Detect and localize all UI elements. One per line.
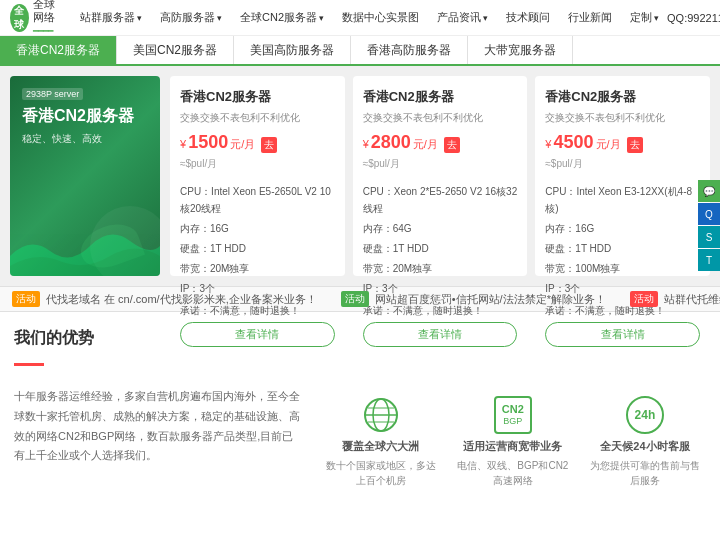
spec-ram-1: 内存：16G (180, 220, 335, 237)
spec-bw-2: 带宽：20M独享 (363, 260, 518, 277)
promo-badge: 2938P server (22, 88, 83, 100)
price-symbol-1: ¥ (180, 138, 186, 150)
main-content: 2938P server 香港CN2服务器 稳定、快速、高效 香港CN2服务器 … (0, 66, 720, 286)
spec-ram-2: 内存：64G (363, 220, 518, 237)
tab-us-ddos[interactable]: 美国高防服务器 (234, 36, 351, 64)
logo-icon: 全球 (10, 4, 29, 32)
card-1-subtitle: 交换交换不表包利不利优化 (180, 111, 335, 125)
spec-hdd-3: 硬盘：1T HDD (545, 240, 700, 257)
price-tag-1: 去 (261, 137, 277, 153)
adv-card-3-desc: 为您提供可靠的售前与售后服务 (588, 458, 702, 488)
ticker-text-1: 代找老域名 在 cn/.com/代找影影米来,企业备案米业务！ (46, 292, 317, 307)
card-2-btn[interactable]: 查看详情 (363, 322, 518, 347)
spec-hdd-2: 硬盘：1T HDD (363, 240, 518, 257)
adv-card-1-title: 覆盖全球六大洲 (342, 439, 419, 454)
cn2-icon: CN2 BGP (493, 395, 533, 435)
ticker-item-2: 活动 网站超百度惩罚•信托网站/法法禁定*解除业务！ (329, 291, 618, 307)
price-value-3: 4500 (553, 132, 593, 153)
nav-item-custom[interactable]: 定制 (622, 6, 667, 29)
nav-item-news[interactable]: 产品资讯 (429, 6, 496, 29)
24h-icon: 24h (625, 395, 665, 435)
advantages-content: 十年服务器运维经验，多家自营机房遍布国内海外，至今全球数十家托管机房、成熟的解决… (14, 387, 706, 496)
tab-bandwidth[interactable]: 大带宽服务器 (468, 36, 573, 64)
spec-cpu-3: CPU：Intel Xeon E3-12XX(机4-8核) (545, 183, 700, 217)
ticker-text-3: 站群代托维维配置,市面各类程序代养代运维配置业务！ (664, 292, 720, 307)
float-btn-telegram[interactable]: T (698, 249, 720, 271)
floating-sidebar: 💬 Q S T (698, 180, 720, 271)
spec-ram-3: 内存：16G (545, 220, 700, 237)
adv-card-24h: 24h 全天候24小时客服 为您提供可靠的售前与售后服务 (584, 387, 706, 496)
ticker-text-2: 网站超百度惩罚•信托网站/法法禁定*解除业务！ (375, 292, 606, 307)
price-original-2: ≈$pul/月 (363, 157, 518, 171)
advantages-cards: 覆盖全球六大洲 数十个国家或地区，多达上百个机房 CN2 BGP 适用运营商宽带… (320, 387, 706, 496)
product-card-2: 香港CN2服务器 交换交换不表包利不利优化 ¥ 2800 元/月 去 ≈$pul… (353, 76, 528, 276)
price-original-3: ≈$pul/月 (545, 157, 700, 171)
price-tag-3: 去 (627, 137, 643, 153)
adv-card-3-title: 全天候24小时客服 (600, 439, 689, 454)
promo-subtitle: 稳定、快速、高效 (22, 131, 148, 146)
promo-box: 2938P server 香港CN2服务器 稳定、快速、高效 (10, 76, 160, 276)
price-value-2: 2800 (371, 132, 411, 153)
card-3-price: ¥ 4500 元/月 去 (545, 132, 700, 153)
title-underline (14, 363, 44, 366)
price-value-1: 1500 (188, 132, 228, 153)
promo-title: 香港CN2服务器 (22, 106, 148, 127)
float-btn-qq[interactable]: Q (698, 203, 720, 225)
adv-card-globe: 覆盖全球六大洲 数十个国家或地区，多达上百个机房 (320, 387, 442, 496)
qq-contact: QQ:992211877 (667, 12, 720, 24)
card-1-title: 香港CN2服务器 (180, 88, 335, 106)
adv-card-2-desc: 电信、双线、BGP和CN2高速网络 (456, 458, 570, 488)
price-unit-3: 元/月 (596, 137, 621, 152)
card-3-title: 香港CN2服务器 (545, 88, 700, 106)
main-nav: 站群服务器 高防服务器 全球CN2服务器 数据中心实景图 产品资讯 技术顾问 行… (72, 6, 667, 29)
card-2-title: 香港CN2服务器 (363, 88, 518, 106)
nav-item-station[interactable]: 站群服务器 (72, 6, 150, 29)
price-unit-2: 元/月 (413, 137, 438, 152)
logo[interactable]: 全球 全球网络━━━━ (10, 0, 62, 37)
advantages-description: 十年服务器运维经验，多家自营机房遍布国内海外，至今全球数十家托管机房、成熟的解决… (14, 387, 304, 466)
adv-card-2-title: 适用运营商宽带业务 (463, 439, 562, 454)
price-unit-1: 元/月 (230, 137, 255, 152)
nav-item-tech[interactable]: 技术顾问 (498, 6, 558, 29)
ticker-badge-2: 活动 (341, 291, 369, 307)
card-2-subtitle: 交换交换不表包利不利优化 (363, 111, 518, 125)
price-tag-2: 去 (444, 137, 460, 153)
tab-hk-ddos[interactable]: 香港高防服务器 (351, 36, 468, 64)
tab-us-cn2[interactable]: 美国CN2服务器 (117, 36, 234, 64)
card-1-btn[interactable]: 查看详情 (180, 322, 335, 347)
tab-hk-cn2[interactable]: 香港CN2服务器 (0, 36, 117, 64)
adv-card-cn2: CN2 BGP 适用运营商宽带业务 电信、双线、BGP和CN2高速网络 (452, 387, 574, 496)
spec-bw-3: 带宽：100M独享 (545, 260, 700, 277)
advantages-left: 十年服务器运维经验，多家自营机房遍布国内海外，至今全球数十家托管机房、成熟的解决… (14, 387, 304, 496)
price-symbol-3: ¥ (545, 138, 551, 150)
adv-card-1-desc: 数十个国家或地区，多达上百个机房 (324, 458, 438, 488)
globe-icon (361, 395, 401, 435)
product-card-1: 香港CN2服务器 交换交换不表包利不利优化 ¥ 1500 元/月 去 ≈$pul… (170, 76, 345, 276)
nav-item-cn2[interactable]: 全球CN2服务器 (232, 6, 332, 29)
spec-cpu-1: CPU：Intel Xeon E5-2650L V2 10核20线程 (180, 183, 335, 217)
float-btn-skype[interactable]: S (698, 226, 720, 248)
price-symbol-2: ¥ (363, 138, 369, 150)
card-2-price: ¥ 2800 元/月 去 (363, 132, 518, 153)
header: 全球 全球网络━━━━ 站群服务器 高防服务器 全球CN2服务器 数据中心实景图… (0, 0, 720, 36)
spec-hdd-1: 硬盘：1T HDD (180, 240, 335, 257)
ticker-badge-1: 活动 (12, 291, 40, 307)
ticker-item-1: 活动 代找老域名 在 cn/.com/代找影影米来,企业备案米业务！ (0, 291, 329, 307)
nav-item-ddos[interactable]: 高防服务器 (152, 6, 230, 29)
product-card-3: 香港CN2服务器 交换交换不表包利不利优化 ¥ 4500 元/月 去 ≈$pul… (535, 76, 710, 276)
product-cards: 香港CN2服务器 交换交换不表包利不利优化 ¥ 1500 元/月 去 ≈$pul… (170, 76, 710, 276)
card-3-btn[interactable]: 查看详情 (545, 322, 700, 347)
spec-bw-1: 带宽：20M独享 (180, 260, 335, 277)
nav-item-datacenter[interactable]: 数据中心实景图 (334, 6, 427, 29)
float-btn-chat[interactable]: 💬 (698, 180, 720, 202)
card-1-price: ¥ 1500 元/月 去 (180, 132, 335, 153)
ticker-item-3: 活动 站群代托维维配置,市面各类程序代养代运维配置业务！ (618, 291, 720, 307)
tab-navigation: 香港CN2服务器 美国CN2服务器 美国高防服务器 香港高防服务器 大带宽服务器 (0, 36, 720, 66)
spec-cpu-2: CPU：Xeon 2*E5-2650 V2 16核32线程 (363, 183, 518, 217)
logo-text: 全球网络━━━━ (33, 0, 62, 37)
card-3-subtitle: 交换交换不表包利不利优化 (545, 111, 700, 125)
nav-item-industry[interactable]: 行业新闻 (560, 6, 620, 29)
price-original-1: ≈$pul/月 (180, 157, 335, 171)
ticker-badge-3: 活动 (630, 291, 658, 307)
